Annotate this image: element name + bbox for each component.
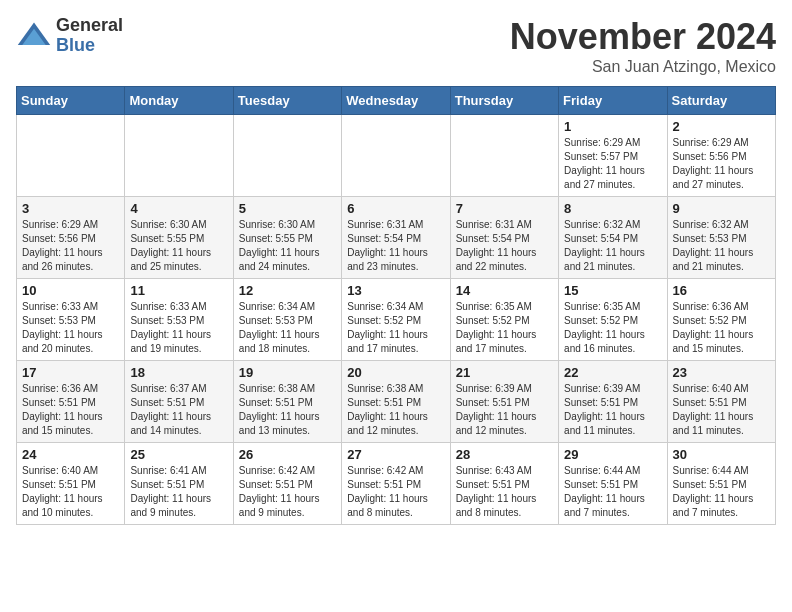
calendar-day-cell: 12Sunrise: 6:34 AM Sunset: 5:53 PM Dayli… bbox=[233, 279, 341, 361]
calendar-day-cell: 7Sunrise: 6:31 AM Sunset: 5:54 PM Daylig… bbox=[450, 197, 558, 279]
day-info: Sunrise: 6:34 AM Sunset: 5:53 PM Dayligh… bbox=[239, 300, 336, 356]
calendar-day-cell: 18Sunrise: 6:37 AM Sunset: 5:51 PM Dayli… bbox=[125, 361, 233, 443]
day-number: 30 bbox=[673, 447, 770, 462]
calendar-day-cell: 13Sunrise: 6:34 AM Sunset: 5:52 PM Dayli… bbox=[342, 279, 450, 361]
day-info: Sunrise: 6:40 AM Sunset: 5:51 PM Dayligh… bbox=[22, 464, 119, 520]
day-info: Sunrise: 6:38 AM Sunset: 5:51 PM Dayligh… bbox=[347, 382, 444, 438]
month-title: November 2024 bbox=[510, 16, 776, 58]
day-number: 3 bbox=[22, 201, 119, 216]
day-info: Sunrise: 6:32 AM Sunset: 5:53 PM Dayligh… bbox=[673, 218, 770, 274]
calendar-week-row: 1Sunrise: 6:29 AM Sunset: 5:57 PM Daylig… bbox=[17, 115, 776, 197]
day-number: 7 bbox=[456, 201, 553, 216]
calendar-day-cell: 23Sunrise: 6:40 AM Sunset: 5:51 PM Dayli… bbox=[667, 361, 775, 443]
calendar-day-cell: 27Sunrise: 6:42 AM Sunset: 5:51 PM Dayli… bbox=[342, 443, 450, 525]
day-number: 10 bbox=[22, 283, 119, 298]
day-info: Sunrise: 6:31 AM Sunset: 5:54 PM Dayligh… bbox=[347, 218, 444, 274]
calendar-day-cell: 26Sunrise: 6:42 AM Sunset: 5:51 PM Dayli… bbox=[233, 443, 341, 525]
calendar-day-cell: 30Sunrise: 6:44 AM Sunset: 5:51 PM Dayli… bbox=[667, 443, 775, 525]
day-number: 11 bbox=[130, 283, 227, 298]
day-number: 2 bbox=[673, 119, 770, 134]
day-info: Sunrise: 6:35 AM Sunset: 5:52 PM Dayligh… bbox=[456, 300, 553, 356]
calendar-day-cell: 11Sunrise: 6:33 AM Sunset: 5:53 PM Dayli… bbox=[125, 279, 233, 361]
calendar-day-cell: 1Sunrise: 6:29 AM Sunset: 5:57 PM Daylig… bbox=[559, 115, 667, 197]
title-block: November 2024 San Juan Atzingo, Mexico bbox=[510, 16, 776, 76]
day-number: 8 bbox=[564, 201, 661, 216]
calendar-day-cell: 21Sunrise: 6:39 AM Sunset: 5:51 PM Dayli… bbox=[450, 361, 558, 443]
day-info: Sunrise: 6:43 AM Sunset: 5:51 PM Dayligh… bbox=[456, 464, 553, 520]
calendar-day-header: Wednesday bbox=[342, 87, 450, 115]
day-info: Sunrise: 6:30 AM Sunset: 5:55 PM Dayligh… bbox=[130, 218, 227, 274]
day-number: 1 bbox=[564, 119, 661, 134]
calendar-day-cell: 28Sunrise: 6:43 AM Sunset: 5:51 PM Dayli… bbox=[450, 443, 558, 525]
calendar-day-header: Monday bbox=[125, 87, 233, 115]
day-number: 26 bbox=[239, 447, 336, 462]
day-number: 18 bbox=[130, 365, 227, 380]
calendar-day-cell: 10Sunrise: 6:33 AM Sunset: 5:53 PM Dayli… bbox=[17, 279, 125, 361]
day-info: Sunrise: 6:34 AM Sunset: 5:52 PM Dayligh… bbox=[347, 300, 444, 356]
calendar-day-cell: 20Sunrise: 6:38 AM Sunset: 5:51 PM Dayli… bbox=[342, 361, 450, 443]
calendar-day-cell: 25Sunrise: 6:41 AM Sunset: 5:51 PM Dayli… bbox=[125, 443, 233, 525]
calendar-day-cell: 15Sunrise: 6:35 AM Sunset: 5:52 PM Dayli… bbox=[559, 279, 667, 361]
day-info: Sunrise: 6:36 AM Sunset: 5:51 PM Dayligh… bbox=[22, 382, 119, 438]
calendar-day-header: Saturday bbox=[667, 87, 775, 115]
calendar-day-header: Thursday bbox=[450, 87, 558, 115]
calendar-day-cell: 22Sunrise: 6:39 AM Sunset: 5:51 PM Dayli… bbox=[559, 361, 667, 443]
day-number: 19 bbox=[239, 365, 336, 380]
day-info: Sunrise: 6:38 AM Sunset: 5:51 PM Dayligh… bbox=[239, 382, 336, 438]
day-info: Sunrise: 6:42 AM Sunset: 5:51 PM Dayligh… bbox=[239, 464, 336, 520]
calendar-week-row: 3Sunrise: 6:29 AM Sunset: 5:56 PM Daylig… bbox=[17, 197, 776, 279]
logo: General Blue bbox=[16, 16, 123, 56]
day-info: Sunrise: 6:30 AM Sunset: 5:55 PM Dayligh… bbox=[239, 218, 336, 274]
day-info: Sunrise: 6:39 AM Sunset: 5:51 PM Dayligh… bbox=[564, 382, 661, 438]
day-number: 13 bbox=[347, 283, 444, 298]
calendar-day-cell: 9Sunrise: 6:32 AM Sunset: 5:53 PM Daylig… bbox=[667, 197, 775, 279]
day-number: 22 bbox=[564, 365, 661, 380]
day-number: 24 bbox=[22, 447, 119, 462]
calendar-day-cell: 14Sunrise: 6:35 AM Sunset: 5:52 PM Dayli… bbox=[450, 279, 558, 361]
logo-general-text: General bbox=[56, 15, 123, 35]
day-number: 25 bbox=[130, 447, 227, 462]
day-info: Sunrise: 6:29 AM Sunset: 5:57 PM Dayligh… bbox=[564, 136, 661, 192]
page-header: General Blue November 2024 San Juan Atzi… bbox=[16, 16, 776, 76]
day-info: Sunrise: 6:42 AM Sunset: 5:51 PM Dayligh… bbox=[347, 464, 444, 520]
day-number: 12 bbox=[239, 283, 336, 298]
day-number: 27 bbox=[347, 447, 444, 462]
calendar-day-cell: 2Sunrise: 6:29 AM Sunset: 5:56 PM Daylig… bbox=[667, 115, 775, 197]
calendar-day-cell: 17Sunrise: 6:36 AM Sunset: 5:51 PM Dayli… bbox=[17, 361, 125, 443]
calendar-day-cell: 19Sunrise: 6:38 AM Sunset: 5:51 PM Dayli… bbox=[233, 361, 341, 443]
calendar-week-row: 10Sunrise: 6:33 AM Sunset: 5:53 PM Dayli… bbox=[17, 279, 776, 361]
calendar-day-header: Tuesday bbox=[233, 87, 341, 115]
logo-blue-text: Blue bbox=[56, 35, 95, 55]
logo-icon bbox=[16, 18, 52, 54]
day-info: Sunrise: 6:39 AM Sunset: 5:51 PM Dayligh… bbox=[456, 382, 553, 438]
day-number: 14 bbox=[456, 283, 553, 298]
calendar-week-row: 17Sunrise: 6:36 AM Sunset: 5:51 PM Dayli… bbox=[17, 361, 776, 443]
calendar-day-cell: 29Sunrise: 6:44 AM Sunset: 5:51 PM Dayli… bbox=[559, 443, 667, 525]
day-info: Sunrise: 6:40 AM Sunset: 5:51 PM Dayligh… bbox=[673, 382, 770, 438]
day-number: 5 bbox=[239, 201, 336, 216]
calendar-day-cell: 6Sunrise: 6:31 AM Sunset: 5:54 PM Daylig… bbox=[342, 197, 450, 279]
calendar-day-cell: 16Sunrise: 6:36 AM Sunset: 5:52 PM Dayli… bbox=[667, 279, 775, 361]
day-info: Sunrise: 6:35 AM Sunset: 5:52 PM Dayligh… bbox=[564, 300, 661, 356]
calendar-day-cell: 4Sunrise: 6:30 AM Sunset: 5:55 PM Daylig… bbox=[125, 197, 233, 279]
day-info: Sunrise: 6:36 AM Sunset: 5:52 PM Dayligh… bbox=[673, 300, 770, 356]
day-number: 28 bbox=[456, 447, 553, 462]
day-info: Sunrise: 6:29 AM Sunset: 5:56 PM Dayligh… bbox=[22, 218, 119, 274]
day-info: Sunrise: 6:41 AM Sunset: 5:51 PM Dayligh… bbox=[130, 464, 227, 520]
day-number: 4 bbox=[130, 201, 227, 216]
day-info: Sunrise: 6:31 AM Sunset: 5:54 PM Dayligh… bbox=[456, 218, 553, 274]
calendar-day-cell: 8Sunrise: 6:32 AM Sunset: 5:54 PM Daylig… bbox=[559, 197, 667, 279]
location-subtitle: San Juan Atzingo, Mexico bbox=[510, 58, 776, 76]
calendar-week-row: 24Sunrise: 6:40 AM Sunset: 5:51 PM Dayli… bbox=[17, 443, 776, 525]
calendar-day-header: Sunday bbox=[17, 87, 125, 115]
day-info: Sunrise: 6:37 AM Sunset: 5:51 PM Dayligh… bbox=[130, 382, 227, 438]
calendar-day-cell: 24Sunrise: 6:40 AM Sunset: 5:51 PM Dayli… bbox=[17, 443, 125, 525]
calendar-day-cell: 5Sunrise: 6:30 AM Sunset: 5:55 PM Daylig… bbox=[233, 197, 341, 279]
day-info: Sunrise: 6:44 AM Sunset: 5:51 PM Dayligh… bbox=[673, 464, 770, 520]
day-number: 23 bbox=[673, 365, 770, 380]
calendar-day-cell bbox=[450, 115, 558, 197]
day-info: Sunrise: 6:29 AM Sunset: 5:56 PM Dayligh… bbox=[673, 136, 770, 192]
day-info: Sunrise: 6:32 AM Sunset: 5:54 PM Dayligh… bbox=[564, 218, 661, 274]
day-info: Sunrise: 6:33 AM Sunset: 5:53 PM Dayligh… bbox=[130, 300, 227, 356]
day-info: Sunrise: 6:44 AM Sunset: 5:51 PM Dayligh… bbox=[564, 464, 661, 520]
